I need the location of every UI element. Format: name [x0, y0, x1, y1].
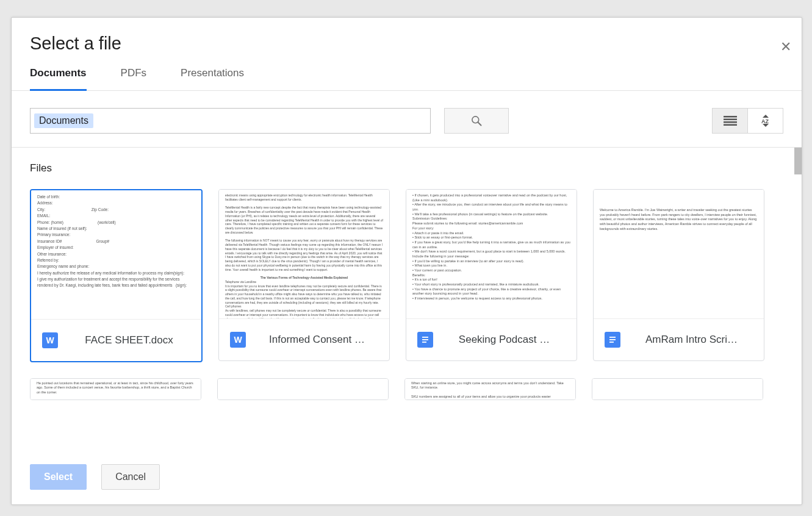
- file-card[interactable]: Date of birth: Address: City: Zip Code: …: [30, 189, 203, 362]
- close-icon[interactable]: ✕: [778, 40, 793, 54]
- sort-az-button[interactable]: AZ: [747, 109, 783, 133]
- dialog-header: Select a file ✕: [12, 18, 802, 67]
- file-card[interactable]: [217, 378, 389, 400]
- svg-marker-6: [763, 115, 769, 118]
- file-thumbnail: Welcome to America Ramble. I'm Joe Wainw…: [594, 190, 764, 318]
- cancel-button[interactable]: Cancel: [101, 464, 160, 490]
- search-icon: [470, 115, 483, 127]
- svg-rect-2: [724, 116, 737, 118]
- svg-rect-4: [724, 121, 737, 123]
- search-input[interactable]: Documents: [30, 108, 431, 134]
- svg-rect-9: [422, 337, 428, 338]
- view-toggle-group: AZ: [712, 108, 783, 134]
- dialog-title: Select a file: [30, 34, 783, 54]
- file-thumbnail: [592, 379, 763, 400]
- search-button[interactable]: [444, 108, 509, 134]
- file-grid: Date of birth: Address: City: Zip Code: …: [30, 189, 783, 400]
- word-doc-icon: W: [42, 332, 58, 348]
- svg-line-1: [478, 123, 481, 126]
- file-card[interactable]: [592, 378, 763, 400]
- tabs-bar: Documents PDFs Presentations: [12, 67, 802, 91]
- search-toolbar: Documents: [12, 91, 802, 148]
- svg-rect-14: [609, 342, 614, 343]
- file-name: FACE SHEET.docx: [68, 334, 190, 346]
- svg-rect-5: [724, 124, 737, 126]
- file-thumbnail: Date of birth: Address: City: Zip Code: …: [31, 190, 201, 319]
- google-doc-icon: [605, 332, 620, 348]
- tab-presentations[interactable]: Presentations: [181, 67, 244, 91]
- file-card-footer: W Informed Consent …: [219, 318, 389, 360]
- file-card-footer: AmRam Intro Scri…: [594, 318, 764, 360]
- file-name: Informed Consent …: [256, 334, 378, 346]
- dialog-footer: Select Cancel: [12, 452, 802, 504]
- tab-documents[interactable]: Documents: [30, 67, 87, 91]
- word-doc-icon: W: [230, 332, 246, 348]
- svg-rect-12: [609, 337, 616, 338]
- file-picker-dialog: Select a file ✕ Documents PDFs Presentat…: [11, 17, 802, 505]
- svg-rect-10: [422, 339, 428, 340]
- file-list-content[interactable]: Files Date of birth: Address: City: Zip …: [12, 148, 802, 452]
- tab-pdfs[interactable]: PDFs: [121, 67, 147, 91]
- search-filter-chip[interactable]: Documents: [34, 113, 93, 128]
- section-heading-files: Files: [30, 162, 783, 174]
- svg-text:AZ: AZ: [761, 118, 769, 124]
- file-card[interactable]: He pointed out locations that remained o…: [30, 378, 201, 400]
- svg-rect-3: [724, 119, 737, 121]
- svg-rect-13: [609, 339, 616, 340]
- google-doc-icon: [417, 332, 433, 348]
- file-card[interactable]: When starting an online store, you might…: [404, 378, 576, 400]
- sort-az-icon: AZ: [759, 114, 772, 127]
- file-name: Seeking Podcast …: [443, 334, 566, 346]
- list-view-button[interactable]: [713, 109, 747, 133]
- file-thumbnail: [218, 379, 388, 400]
- file-card-footer: Seeking Podcast …: [406, 318, 577, 360]
- file-card-footer: W FACE SHEET.docx: [31, 319, 201, 361]
- file-thumbnail: When starting an online store, you might…: [405, 379, 575, 400]
- file-thumbnail: • If chosen, it gets produced into a pro…: [406, 190, 577, 318]
- svg-marker-8: [763, 124, 769, 127]
- file-name: AmRam Intro Scri…: [630, 334, 753, 346]
- app-backdrop: Select a file ✕ Documents PDFs Presentat…: [0, 0, 812, 516]
- scrollbar-thumb[interactable]: [794, 148, 802, 174]
- select-button[interactable]: Select: [30, 464, 87, 490]
- file-card[interactable]: Welcome to America Ramble. I'm Joe Wainw…: [593, 189, 764, 361]
- svg-rect-11: [422, 342, 426, 343]
- file-card[interactable]: electronic means using appropriate encry…: [218, 189, 390, 361]
- file-card[interactable]: • If chosen, it gets produced into a pro…: [406, 189, 577, 361]
- file-thumbnail: He pointed out locations that remained o…: [31, 379, 201, 400]
- file-thumbnail: electronic means using appropriate encry…: [219, 190, 389, 318]
- list-icon: [724, 116, 737, 126]
